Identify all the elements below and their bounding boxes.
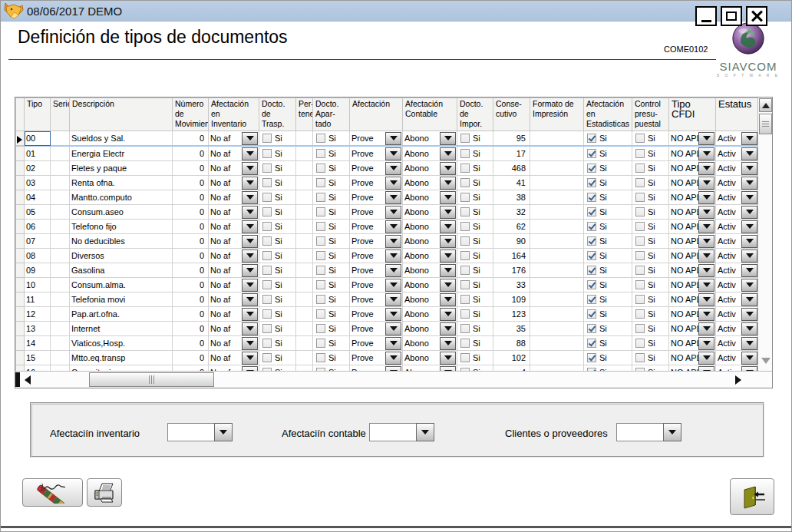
chevron-down-icon[interactable]: [698, 322, 714, 335]
cell-tipo[interactable]: 10: [25, 278, 51, 292]
cell-serie[interactable]: [51, 292, 70, 307]
dropdown-value-afect_inventario[interactable]: No af: [210, 339, 242, 348]
dropdown-value-afectacion[interactable]: Prove: [351, 280, 385, 289]
chevron-down-icon[interactable]: [242, 206, 258, 219]
cell-consecutivo[interactable]: 123: [493, 307, 530, 322]
cell-pertenece[interactable]: [296, 205, 313, 220]
chevron-down-icon[interactable]: [741, 293, 757, 306]
grid-checkbox-control_presupuestal[interactable]: [635, 295, 645, 304]
grid-checkbox-docto_apartado[interactable]: [316, 309, 325, 319]
grid-checkbox-docto_traspaso[interactable]: [262, 280, 272, 289]
chevron-down-icon[interactable]: [663, 423, 681, 441]
vertical-scroll-thumb[interactable]: [759, 114, 772, 134]
filter-clientes-value[interactable]: [616, 423, 663, 441]
dropdown-value-afectacion[interactable]: Prove: [351, 193, 385, 202]
grid-checkbox-docto_importacion[interactable]: [460, 309, 470, 319]
grid-checkbox-docto_importacion[interactable]: [460, 134, 470, 143]
grid-checkbox-docto_importacion[interactable]: [460, 178, 470, 187]
dropdown-value-afect_inventario[interactable]: No af: [210, 295, 242, 304]
cell-consecutivo[interactable]: 90: [493, 234, 530, 249]
cell-tipo[interactable]: 15: [25, 351, 51, 365]
grid-checkbox-docto_traspaso[interactable]: [262, 149, 272, 158]
dropdown-value-afect_inventario[interactable]: No af: [210, 266, 242, 275]
chevron-down-icon[interactable]: [741, 177, 757, 190]
dropdown-value-afect_inventario[interactable]: No af: [210, 178, 242, 187]
cell-descripcion[interactable]: Consum.alma.: [70, 278, 173, 292]
dropdown-value-estatus[interactable]: Activ: [718, 295, 741, 304]
cell-rowsel[interactable]: [16, 146, 25, 161]
grid-checkbox-docto_traspaso[interactable]: [262, 193, 272, 202]
dropdown-value-tipo_cfdi[interactable]: NO APL: [671, 339, 698, 348]
grid-checkbox-control_presupuestal[interactable]: [635, 280, 645, 289]
dropdown-value-afect_contable[interactable]: Abono: [404, 207, 440, 216]
cell-num_movimiento[interactable]: 0: [173, 205, 209, 220]
chevron-down-icon[interactable]: [741, 147, 757, 160]
chevron-down-icon[interactable]: [698, 177, 714, 190]
dropdown-value-tipo_cfdi[interactable]: NO APL: [671, 207, 698, 216]
grid-checkbox-control_presupuestal[interactable]: [635, 164, 645, 173]
horizontal-scrollbar[interactable]: [15, 371, 772, 388]
cell-pertenece[interactable]: [296, 249, 313, 263]
dropdown-value-tipo_cfdi[interactable]: NO APL: [671, 324, 698, 333]
grid-checkbox-afect_estadisticas[interactable]: [587, 251, 596, 260]
chevron-down-icon[interactable]: [385, 147, 401, 160]
cell-consecutivo[interactable]: 38: [493, 190, 530, 205]
grid-checkbox-docto_traspaso[interactable]: [262, 295, 272, 304]
dropdown-value-afect_inventario[interactable]: No af: [210, 236, 242, 246]
dropdown-value-afect_contable[interactable]: Abono: [404, 251, 440, 260]
dropdown-value-afectacion[interactable]: Prove: [351, 309, 385, 319]
cell-serie[interactable]: [51, 176, 70, 190]
scroll-down-button[interactable]: [761, 358, 771, 364]
grid-checkbox-docto_importacion[interactable]: [460, 295, 470, 304]
dropdown-value-afect_inventario[interactable]: No af: [210, 193, 242, 202]
cell-rowsel[interactable]: [16, 351, 25, 365]
cell-num_movimiento[interactable]: 0: [173, 190, 209, 205]
dropdown-value-tipo_cfdi[interactable]: NO APL: [671, 134, 698, 143]
cell-formato_impresion[interactable]: [530, 351, 584, 365]
cell-tipo[interactable]: 00: [25, 131, 51, 147]
cell-tipo[interactable]: 08: [25, 249, 51, 263]
cell-consecutivo[interactable]: 109: [493, 292, 530, 307]
cell-serie[interactable]: [51, 351, 70, 365]
grid-checkbox-docto_traspaso[interactable]: [262, 339, 272, 348]
dropdown-value-estatus[interactable]: Activ: [718, 193, 741, 202]
cell-pertenece[interactable]: [296, 263, 313, 278]
filter-contable-dropdown[interactable]: [369, 423, 434, 441]
cell-rowsel[interactable]: [16, 322, 25, 336]
chevron-down-icon[interactable]: [698, 293, 714, 306]
cell-formato_impresion[interactable]: [530, 205, 584, 220]
dropdown-value-afectacion[interactable]: Prove: [351, 251, 385, 260]
cell-num_movimiento[interactable]: 0: [173, 336, 209, 351]
chevron-down-icon[interactable]: [440, 249, 456, 263]
scroll-left-button[interactable]: [25, 375, 31, 385]
cell-tipo[interactable]: 03: [25, 176, 51, 190]
cell-num_movimiento[interactable]: 0: [173, 220, 209, 234]
cell-formato_impresion[interactable]: [530, 176, 584, 190]
chevron-down-icon[interactable]: [385, 235, 401, 248]
dropdown-value-afect_inventario[interactable]: No af: [210, 309, 242, 319]
scroll-right-button[interactable]: [735, 375, 741, 385]
cell-num_movimiento[interactable]: 0: [173, 292, 209, 307]
chevron-down-icon[interactable]: [698, 162, 714, 175]
cell-serie[interactable]: [51, 161, 70, 176]
cell-serie[interactable]: [51, 263, 70, 278]
chevron-down-icon[interactable]: [440, 293, 456, 306]
dropdown-value-afect_inventario[interactable]: No af: [210, 222, 242, 231]
dropdown-value-afect_inventario[interactable]: No af: [210, 353, 242, 362]
chevron-down-icon[interactable]: [440, 132, 456, 145]
chevron-down-icon[interactable]: [440, 177, 456, 190]
dropdown-value-afect_inventario[interactable]: No af: [210, 134, 242, 143]
grid-checkbox-docto_traspaso[interactable]: [262, 353, 272, 362]
filter-inventario-value[interactable]: [167, 423, 214, 441]
grid-checkbox-docto_traspaso[interactable]: [262, 251, 272, 260]
cell-pertenece[interactable]: [296, 161, 313, 176]
grid-checkbox-afect_estadisticas[interactable]: [587, 324, 596, 333]
cell-descripcion[interactable]: Energia Electr: [70, 146, 173, 161]
dropdown-value-tipo_cfdi[interactable]: NO APL: [671, 222, 698, 231]
print-button[interactable]: [87, 478, 122, 507]
cell-descripcion[interactable]: Mantto.computo: [70, 190, 173, 205]
dropdown-value-estatus[interactable]: Activ: [718, 134, 741, 143]
chevron-down-icon[interactable]: [214, 423, 233, 441]
grid-checkbox-afect_estadisticas[interactable]: [587, 178, 596, 187]
grid-checkbox-docto_traspaso[interactable]: [262, 324, 272, 333]
